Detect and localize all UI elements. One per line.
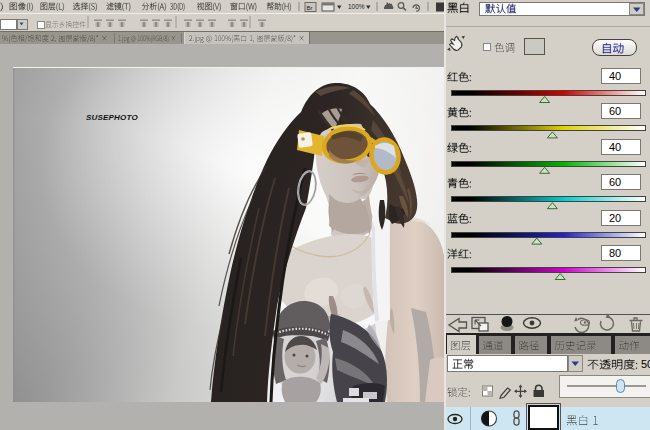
svg-text:50: 50	[641, 358, 650, 370]
